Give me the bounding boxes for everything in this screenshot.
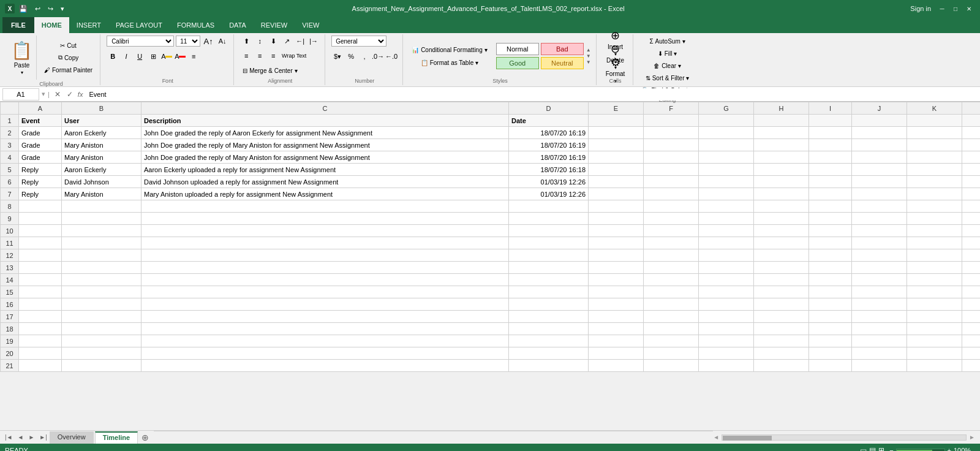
list-item[interactable] <box>754 115 809 127</box>
spreadsheet-container[interactable]: A B C D E F G H I J K L M 1EventUserDesc… <box>0 102 980 430</box>
indent-decrease-button[interactable]: ←| <box>294 36 306 47</box>
list-item[interactable] <box>907 139 962 151</box>
cell-reference-box[interactable]: A1 <box>2 88 39 100</box>
list-item[interactable] <box>644 262 699 274</box>
list-item[interactable] <box>852 262 907 274</box>
save-button[interactable]: 💾 <box>17 4 29 13</box>
list-item[interactable] <box>962 164 981 176</box>
decrease-decimal-button[interactable]: ←.0 <box>385 51 398 62</box>
list-item[interactable] <box>809 311 852 323</box>
list-item[interactable] <box>19 286 62 298</box>
list-item[interactable] <box>852 249 907 262</box>
fill-color-button[interactable]: A <box>160 51 173 62</box>
list-item[interactable] <box>962 286 981 298</box>
list-item[interactable] <box>141 323 509 335</box>
list-item[interactable] <box>141 274 509 286</box>
list-item[interactable] <box>19 262 62 274</box>
list-item[interactable]: 18/07/20 16:19 <box>509 127 589 139</box>
zoom-out-button[interactable]: − <box>889 447 893 451</box>
list-item[interactable] <box>809 262 852 274</box>
list-item[interactable]: 01/03/19 12:26 <box>509 188 589 200</box>
list-item[interactable] <box>962 249 981 262</box>
list-item[interactable] <box>62 249 141 262</box>
list-item[interactable]: Aaron Eckerly uploaded a reply for assig… <box>141 164 509 176</box>
list-item[interactable] <box>754 323 809 335</box>
list-item[interactable] <box>907 249 962 262</box>
list-item[interactable] <box>589 127 644 139</box>
col-header-L[interactable]: L <box>962 102 981 115</box>
list-item[interactable]: John Doe graded the reply of Aaron Ecker… <box>141 127 509 139</box>
tab-view[interactable]: VIEW <box>295 17 326 33</box>
list-item[interactable] <box>589 347 644 360</box>
col-header-A[interactable]: A <box>19 102 62 115</box>
list-item[interactable] <box>809 274 852 286</box>
indent-increase-button[interactable]: |→ <box>307 36 320 47</box>
horizontal-scroll[interactable]: ◄ ► <box>713 434 975 441</box>
list-item[interactable] <box>644 237 699 249</box>
tab-home[interactable]: HOME <box>34 17 69 33</box>
copy-button[interactable]: ⧉ Copy <box>42 52 95 63</box>
scroll-track[interactable] <box>722 434 967 441</box>
list-item[interactable] <box>809 127 852 139</box>
list-item[interactable] <box>962 298 981 311</box>
list-item[interactable] <box>754 311 809 323</box>
list-item[interactable] <box>754 298 809 311</box>
align-bottom-button[interactable]: ⬇ <box>267 36 279 47</box>
tab-data[interactable]: DATA <box>222 17 254 33</box>
col-header-D[interactable]: D <box>509 102 589 115</box>
list-item[interactable] <box>589 262 644 274</box>
list-item[interactable] <box>509 225 589 237</box>
list-item[interactable]: 18/07/20 16:18 <box>509 164 589 176</box>
list-item[interactable] <box>907 237 962 249</box>
col-header-I[interactable]: I <box>809 102 852 115</box>
list-item[interactable]: Reply <box>19 176 62 188</box>
list-item[interactable] <box>509 286 589 298</box>
list-item[interactable] <box>509 311 589 323</box>
list-item[interactable] <box>754 176 809 188</box>
list-item[interactable] <box>907 360 962 372</box>
autosum-button[interactable]: Σ AutoSum ▾ <box>639 36 695 47</box>
list-item[interactable] <box>589 311 644 323</box>
list-item[interactable] <box>644 286 699 298</box>
list-item[interactable] <box>589 225 644 237</box>
format-button[interactable]: ⚙ Format ▾ <box>603 64 628 76</box>
list-item[interactable] <box>644 274 699 286</box>
list-item[interactable] <box>19 335 62 347</box>
list-item[interactable] <box>907 115 962 127</box>
list-item[interactable]: Aaron Eckerly <box>62 164 141 176</box>
list-item[interactable] <box>809 225 852 237</box>
tab-file[interactable]: FILE <box>2 17 34 33</box>
list-item[interactable] <box>644 347 699 360</box>
list-item[interactable] <box>644 139 699 151</box>
list-item[interactable] <box>754 164 809 176</box>
list-item[interactable] <box>19 213 62 225</box>
tab-formulas[interactable]: FORMULAS <box>170 17 222 33</box>
list-item[interactable] <box>852 237 907 249</box>
list-item[interactable] <box>907 274 962 286</box>
list-item[interactable] <box>644 213 699 225</box>
list-item[interactable] <box>852 188 907 200</box>
increase-decimal-button[interactable]: .0→ <box>372 51 384 62</box>
sheet-nav-first[interactable]: |◄ <box>2 434 15 441</box>
list-item[interactable] <box>699 323 754 335</box>
list-item[interactable] <box>62 262 141 274</box>
font-color-button[interactable]: A <box>174 51 186 62</box>
scroll-left-button[interactable]: ◄ <box>713 434 719 441</box>
list-item[interactable]: Reply <box>19 188 62 200</box>
list-item[interactable] <box>509 262 589 274</box>
list-item[interactable] <box>19 311 62 323</box>
list-item[interactable] <box>644 225 699 237</box>
conditional-formatting-button[interactable]: 📊 Conditional Formatting ▾ <box>409 44 490 55</box>
list-item[interactable] <box>809 176 852 188</box>
list-item[interactable] <box>809 335 852 347</box>
list-item[interactable] <box>62 360 141 372</box>
list-item[interactable] <box>754 347 809 360</box>
col-header-H[interactable]: H <box>754 102 809 115</box>
list-item[interactable]: David Johnson uploaded a reply for assig… <box>141 176 509 188</box>
list-item[interactable] <box>141 360 509 372</box>
list-item[interactable] <box>589 249 644 262</box>
list-item[interactable]: Mary Aniston <box>62 188 141 200</box>
scroll-thumb[interactable] <box>723 436 772 441</box>
list-item[interactable]: User <box>62 115 141 127</box>
maximize-button[interactable]: □ <box>949 4 962 13</box>
